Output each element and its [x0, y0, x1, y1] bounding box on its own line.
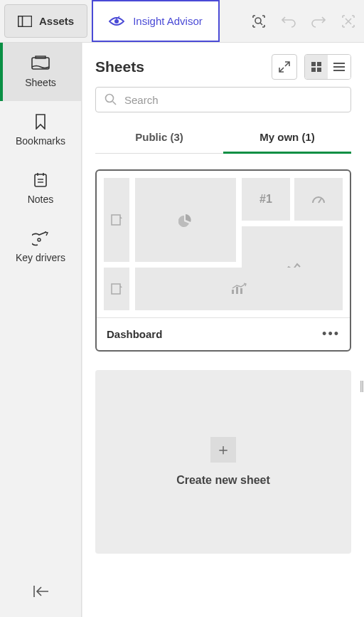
- svg-rect-31: [112, 284, 120, 294]
- svg-point-2: [114, 19, 119, 23]
- svg-rect-34: [240, 288, 242, 294]
- thumb-pie-icon: [135, 178, 236, 262]
- sheets-icon: [31, 56, 50, 71]
- svg-rect-19: [317, 68, 321, 72]
- thumb-filterpane2-icon: [104, 268, 129, 310]
- search-input[interactable]: [124, 94, 342, 106]
- thumb-gauge-icon: [294, 178, 343, 221]
- svg-point-23: [106, 95, 114, 102]
- svg-rect-33: [236, 287, 238, 294]
- assets-button[interactable]: Assets: [4, 4, 87, 38]
- bookmark-icon: [34, 114, 47, 130]
- toolbar-left-group: Assets Insight Advisor: [0, 0, 243, 42]
- svg-rect-9: [35, 174, 46, 186]
- left-sidebar: Sheets Bookmarks Notes Key drivers: [0, 43, 82, 617]
- thumb-filterpane-icon: [104, 178, 129, 262]
- thumb-bottom-row: [104, 268, 343, 310]
- sidebar-item-label: Key drivers: [16, 252, 65, 263]
- sheet-name-label: Dashboard: [107, 328, 162, 340]
- svg-rect-16: [311, 62, 316, 66]
- sidebar-item-label: Sheets: [25, 77, 56, 88]
- keydrivers-icon: [32, 231, 49, 246]
- selection-search-button[interactable]: [246, 9, 272, 34]
- toolbar-right-group: [243, 0, 364, 42]
- svg-line-24: [113, 102, 117, 105]
- page-title: Sheets: [95, 58, 144, 75]
- svg-point-3: [255, 18, 261, 23]
- svg-rect-25: [112, 215, 120, 225]
- clear-selections-button[interactable]: [336, 9, 361, 34]
- sheet-tabs: Public (3) My own (1): [95, 122, 351, 154]
- main-layout: Sheets Bookmarks Notes Key drivers Sheet…: [0, 43, 364, 617]
- search-icon: [105, 93, 117, 106]
- step-forward-button[interactable]: [306, 9, 331, 34]
- sidebar-item-keydrivers[interactable]: Key drivers: [0, 218, 81, 276]
- svg-line-4: [260, 23, 262, 25]
- resize-handle[interactable]: ‖: [359, 379, 364, 392]
- svg-rect-18: [311, 68, 316, 72]
- sheet-card-dashboard[interactable]: #1: [95, 169, 351, 352]
- sheet-thumbnail: #1: [97, 171, 350, 317]
- search-box[interactable]: [95, 87, 351, 112]
- panel-icon: [18, 16, 32, 27]
- search-container: [82, 87, 364, 122]
- sheets-grid: #1: [82, 154, 364, 569]
- notes-icon: [33, 172, 48, 188]
- sidebar-item-sheets[interactable]: Sheets: [0, 43, 81, 101]
- sidebar-item-label: Notes: [28, 194, 54, 205]
- sheets-header: Sheets: [82, 43, 364, 87]
- thumb-combochart-icon: [135, 268, 343, 310]
- collapse-sidebar-button[interactable]: [28, 579, 53, 604]
- svg-line-27: [318, 199, 321, 203]
- thumb-kpi-row: #1: [242, 178, 343, 221]
- expand-button[interactable]: [272, 54, 297, 80]
- sheet-more-button[interactable]: •••: [322, 327, 340, 342]
- svg-rect-1: [18, 16, 23, 26]
- assets-label: Assets: [39, 15, 74, 27]
- create-sheet-label: Create new sheet: [176, 474, 270, 487]
- tab-public[interactable]: Public (3): [95, 122, 223, 154]
- svg-rect-17: [317, 62, 321, 66]
- svg-rect-32: [232, 290, 234, 294]
- content-panel: Sheets: [82, 43, 364, 617]
- sheet-card-footer: Dashboard •••: [97, 317, 350, 350]
- insight-advisor-button[interactable]: Insight Advisor: [92, 0, 220, 42]
- list-view-button[interactable]: [328, 55, 350, 79]
- header-controls: [272, 54, 351, 80]
- sidebar-item-bookmarks[interactable]: Bookmarks: [0, 101, 81, 159]
- tab-my-own[interactable]: My own (1): [223, 122, 351, 154]
- insight-label: Insight Advisor: [133, 15, 203, 27]
- svg-point-14: [38, 238, 41, 241]
- view-toggle: [304, 54, 351, 80]
- create-sheet-card[interactable]: ＋ Create new sheet: [95, 370, 351, 554]
- sidebar-item-label: Bookmarks: [16, 135, 65, 147]
- step-back-button[interactable]: [276, 9, 301, 34]
- plus-icon: ＋: [210, 437, 236, 463]
- grid-view-button[interactable]: [305, 55, 328, 79]
- sidebar-item-notes[interactable]: Notes: [0, 159, 81, 218]
- thumb-kpi-number: #1: [242, 178, 290, 221]
- insight-eye-icon: [109, 16, 124, 27]
- svg-rect-0: [18, 16, 32, 26]
- top-toolbar: Assets Insight Advisor: [0, 0, 364, 43]
